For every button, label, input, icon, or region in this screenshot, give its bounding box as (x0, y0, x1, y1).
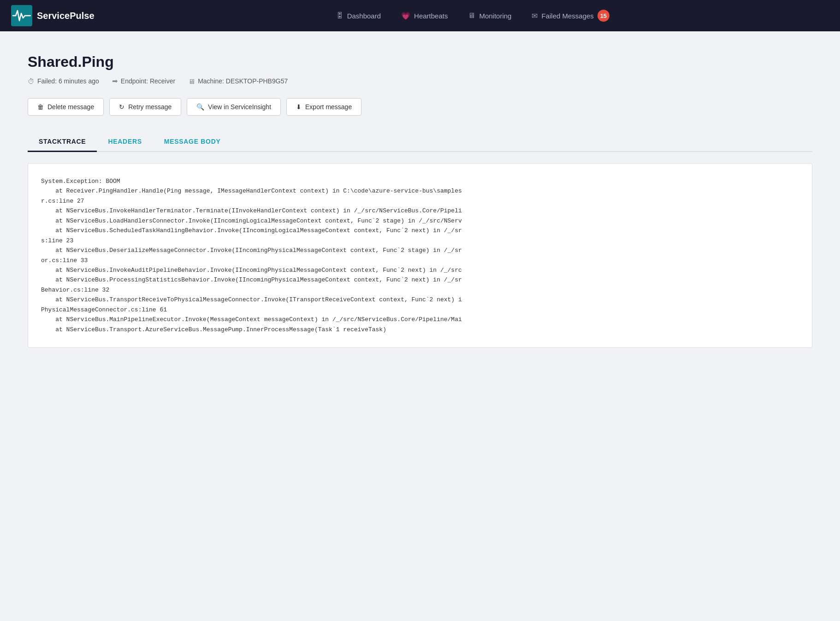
stacktrace-box: System.Exception: BOOM at Receiver.PingH… (28, 163, 812, 348)
nav-label-failed-messages: Failed Messages (541, 12, 593, 20)
retry-message-button[interactable]: ↻ Retry message (109, 98, 181, 116)
heartbeats-icon: 💗 (401, 12, 410, 20)
nav-label-monitoring: Monitoring (479, 12, 511, 20)
brand-name: ServicePulse (37, 11, 95, 21)
nav-item-monitoring[interactable]: 🖥 Monitoring (460, 8, 520, 23)
monitoring-icon: 🖥 (468, 12, 475, 20)
tab-headers[interactable]: HEADERS (97, 132, 153, 152)
meta-failed-text: Failed: 6 minutes ago (37, 77, 99, 85)
main-content: Shared.Ping ⏱ Failed: 6 minutes ago ➡ En… (0, 31, 840, 370)
brand[interactable]: ServicePulse (11, 5, 95, 26)
meta-endpoint: ➡ Endpoint: Receiver (112, 77, 175, 85)
brand-logo-icon (11, 5, 32, 26)
tab-message-body-label: MESSAGE BODY (164, 138, 221, 145)
failed-messages-badge: 15 (597, 10, 609, 22)
nav-label-dashboard: Dashboard (347, 12, 381, 20)
meta-endpoint-text: Endpoint: Receiver (121, 77, 175, 85)
machine-icon: 🖥 (188, 77, 195, 85)
tab-stacktrace[interactable]: STACKTRACE (28, 132, 97, 152)
meta-machine-text: Machine: DESKTOP-PHB9G57 (198, 77, 288, 85)
export-icon: ⬇ (296, 103, 302, 111)
export-message-label: Export message (305, 103, 352, 111)
delete-message-button[interactable]: 🗑 Delete message (28, 98, 104, 116)
navbar-nav: 🎛 Dashboard 💗 Heartbeats 🖥 Monitoring ✉ … (117, 6, 829, 25)
navbar: ServicePulse 🎛 Dashboard 💗 Heartbeats 🖥 … (0, 0, 840, 31)
view-in-serviceinsight-label: View in ServiceInsight (208, 103, 271, 111)
clock-icon: ⏱ (28, 77, 35, 85)
stacktrace-content: System.Exception: BOOM at Receiver.PingH… (41, 176, 799, 334)
tab-stacktrace-label: STACKTRACE (39, 138, 86, 145)
dashboard-icon: 🎛 (336, 12, 343, 20)
delete-icon: 🗑 (37, 103, 44, 111)
nav-item-dashboard[interactable]: 🎛 Dashboard (328, 8, 389, 23)
retry-icon: ↻ (119, 103, 124, 111)
nav-item-heartbeats[interactable]: 💗 Heartbeats (393, 8, 456, 24)
tabs: STACKTRACE HEADERS MESSAGE BODY (28, 132, 812, 152)
meta-machine: 🖥 Machine: DESKTOP-PHB9G57 (188, 77, 288, 85)
tab-headers-label: HEADERS (108, 138, 142, 145)
action-buttons: 🗑 Delete message ↻ Retry message 🔍 View … (28, 98, 812, 116)
delete-message-label: Delete message (47, 103, 94, 111)
retry-message-label: Retry message (128, 103, 172, 111)
view-in-serviceinsight-button[interactable]: 🔍 View in ServiceInsight (187, 98, 281, 116)
tab-message-body[interactable]: MESSAGE BODY (153, 132, 232, 152)
export-message-button[interactable]: ⬇ Export message (286, 98, 361, 116)
page-title: Shared.Ping (28, 53, 812, 70)
nav-item-failed-messages[interactable]: ✉ Failed Messages 15 (523, 6, 617, 25)
view-icon: 🔍 (196, 103, 204, 111)
failed-messages-icon: ✉ (532, 12, 538, 20)
endpoint-icon: ➡ (112, 77, 118, 85)
nav-label-heartbeats: Heartbeats (414, 12, 448, 20)
meta-failed: ⏱ Failed: 6 minutes ago (28, 77, 99, 85)
meta-row: ⏱ Failed: 6 minutes ago ➡ Endpoint: Rece… (28, 77, 812, 85)
